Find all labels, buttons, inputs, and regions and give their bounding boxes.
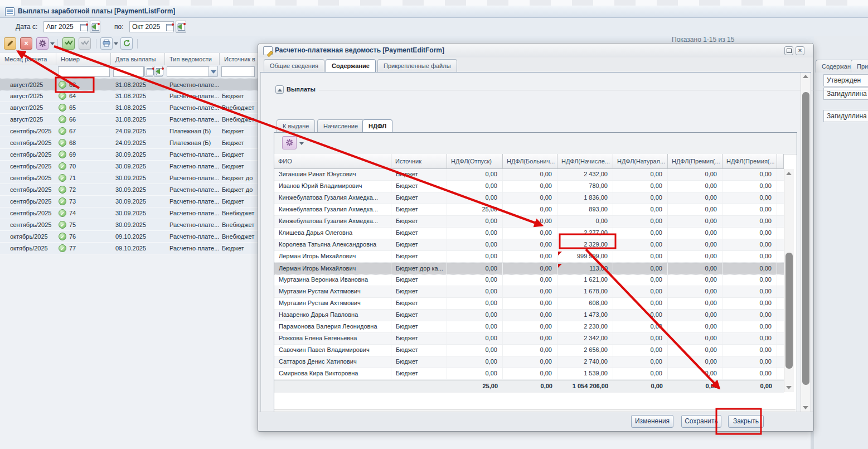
column-header[interactable]: Источник (391, 154, 447, 169)
value-cell: 0,00 (503, 192, 557, 204)
value-cell: 0,00 (668, 192, 722, 204)
fieldset-collapse-button[interactable] (275, 85, 284, 94)
ndfl-row[interactable]: Муртазина Вероника ИвановнаБюджет0,000,0… (274, 274, 784, 286)
source-cell: Бюджет (391, 228, 447, 239)
print-button[interactable] (100, 37, 113, 50)
close-dialog-button[interactable]: Закрыть (728, 415, 764, 428)
vscroll-thumb[interactable] (802, 92, 809, 385)
ndfl-row[interactable]: Кинжебулатова Гузалия Ахмедка...Бюджет0,… (274, 216, 784, 228)
ndfl-row[interactable]: Клишева Дарья ОлеговнаБюджет0,000,002 27… (274, 228, 784, 239)
fio-cell: Рожкова Елена Евгеньевна (274, 333, 391, 344)
gear-caret-icon[interactable] (299, 142, 304, 145)
ndfl-row[interactable]: Лерман Игорь МихайловичБюджет дор ка...0… (274, 263, 784, 274)
source-cell: Бюджет (391, 345, 447, 356)
ndfl-row[interactable]: Кинжебулатова Гузалия Ахмедка...Бюджет0,… (274, 192, 784, 204)
date-to-calendar-trigger[interactable] (164, 21, 174, 32)
column-header[interactable]: НДФЛ(Натурал... (613, 154, 668, 169)
source-cell: Бюджет (391, 274, 447, 286)
source-cell: Бюджет (391, 204, 447, 215)
scroll-down-arrow[interactable] (803, 406, 808, 409)
value-cell: 0,00 (722, 298, 777, 309)
value-cell: 0,00 (722, 239, 777, 250)
cell: ✔70 (56, 161, 111, 172)
value-cell: 0,00 (503, 239, 557, 250)
column-header[interactable]: НДФЛ(Отпуск) (447, 154, 503, 169)
ndfl-row[interactable]: Саттаров Денис ХатиповичБюджет0,000,002 … (274, 356, 784, 368)
column-header-filler (777, 154, 784, 169)
ndfl-row[interactable]: Рожкова Елена ЕвгеньевнаБюджет0,000,002 … (274, 333, 784, 345)
column-header[interactable]: НДФЛ(Премия(... (668, 154, 722, 169)
source-cell: Бюджет (391, 286, 447, 297)
actions-gear-button[interactable] (36, 37, 49, 50)
value-cell: 0,00 (668, 333, 722, 344)
ndfl-row[interactable]: Королева Татьяна АлександровнаБюджет0,00… (274, 239, 784, 251)
column-header[interactable]: ФИО (274, 154, 391, 169)
inner-tab-payout[interactable]: К выдаче (277, 119, 315, 132)
scroll-down-arrow[interactable] (786, 386, 792, 389)
date-from-input[interactable] (43, 21, 79, 32)
column-header[interactable]: Дата выплаты (111, 53, 165, 65)
save-button[interactable]: Сохранить (681, 415, 721, 428)
filter-type-dropdown-trigger[interactable] (208, 66, 218, 77)
dialog-tab-general[interactable]: Общие сведения (264, 59, 324, 72)
value-cell: 1 473,00 (557, 310, 613, 321)
delete-button[interactable]: × (20, 37, 32, 50)
value-cell: 0,00 (613, 228, 668, 239)
cell: август/2025 (0, 102, 56, 113)
changes-button[interactable]: Изменения (631, 415, 673, 428)
ndfl-row[interactable]: Лерман Игорь МихайловичБюджет0,000,00999… (274, 251, 784, 263)
cell: сентябрь/2025 (0, 219, 56, 230)
dialog-tab-files[interactable]: Прикрепленные файлы (377, 59, 457, 72)
actions-caret-icon[interactable] (50, 42, 55, 45)
column-header[interactable]: НДФЛ(Премия(... (722, 154, 777, 169)
filter-source-input[interactable] (221, 66, 255, 77)
date-from-calendar-trigger[interactable] (79, 21, 88, 32)
filter-number-input[interactable] (58, 66, 110, 77)
column-header[interactable]: НДФЛ(Начисле... (557, 154, 613, 169)
scroll-up-arrow[interactable] (803, 75, 808, 78)
cell: Расчетно-плате... (165, 172, 220, 184)
vscroll-thumb[interactable] (785, 253, 793, 369)
value-cell: 0,00 (613, 286, 668, 297)
cell: сентябрь/2025 (0, 125, 56, 137)
edit-button[interactable] (4, 37, 16, 50)
ndfl-row[interactable]: Зиганшин Ринат ЮнусовичБюджет0,000,002 4… (274, 169, 784, 181)
close-button[interactable]: × (796, 46, 804, 55)
approve-button[interactable] (62, 37, 75, 50)
ndfl-gear-button[interactable] (282, 136, 297, 149)
ndfl-row[interactable]: Кинжебулатова Гузалия Ахмедка...Бюджет25… (274, 204, 784, 216)
fio-cell: Зиганшин Ринат Юнусович (274, 169, 391, 180)
date-from-go-button[interactable] (90, 21, 100, 33)
filter-date-input[interactable] (113, 66, 144, 77)
value-cell: 0,00 (447, 263, 503, 274)
print-caret-icon[interactable] (114, 42, 118, 45)
value-cell: 2 329,00 (557, 239, 613, 250)
ndfl-row[interactable]: Смирнова Кира ВикторовнаБюджет0,000,001 … (274, 368, 784, 380)
ndfl-row[interactable]: Назаренко Дарья ПавловнаБюджет0,000,001 … (274, 310, 784, 321)
column-header[interactable]: Месяц расчета (0, 53, 56, 65)
ndfl-row[interactable]: Савочкин Павел ВладимировичБюджет0,000,0… (274, 345, 784, 356)
ndfl-row[interactable]: Муртазин Рустам АхтямовичБюджет0,000,001… (274, 286, 784, 298)
ndfl-row[interactable]: Иванов Юрий ВладимировичБюджет0,000,0078… (274, 181, 784, 192)
ndfl-row[interactable]: Муртазин Рустам АхтямовичБюджет0,000,006… (274, 298, 784, 310)
dialog-tab-content[interactable]: Содержание (326, 59, 376, 72)
filter-date-go-button[interactable] (154, 66, 163, 77)
cell: сентябрь/2025 (0, 137, 56, 148)
column-header[interactable]: Тип ведомости (165, 53, 220, 65)
dialog-titlebar[interactable]: Расчетно-платежная ведомость [PaymentEdi… (258, 44, 813, 57)
column-header[interactable]: НДФЛ(Больнич... (503, 154, 557, 169)
column-header[interactable]: Номер (56, 53, 111, 65)
inner-tab-ndfl[interactable]: НДФЛ (362, 119, 392, 132)
inner-tab-accrual[interactable]: Начисление (317, 119, 364, 132)
east-tab-attachments[interactable]: При (851, 60, 868, 73)
scroll-up-arrow[interactable] (786, 172, 792, 175)
ndfl-row[interactable]: Парамонова Валерия ЛеонидовнаБюджет0,000… (274, 321, 784, 333)
date-to-input[interactable] (129, 21, 165, 32)
maximize-button[interactable] (784, 46, 793, 55)
date-to-go-button[interactable] (176, 21, 186, 33)
cell: Расчетно-плате... (165, 114, 220, 125)
filter-type-combo[interactable] (167, 66, 209, 77)
value-cell: 0,00 (447, 333, 503, 344)
filter-date-calendar-trigger[interactable] (144, 66, 153, 77)
refresh-button[interactable] (120, 37, 133, 50)
